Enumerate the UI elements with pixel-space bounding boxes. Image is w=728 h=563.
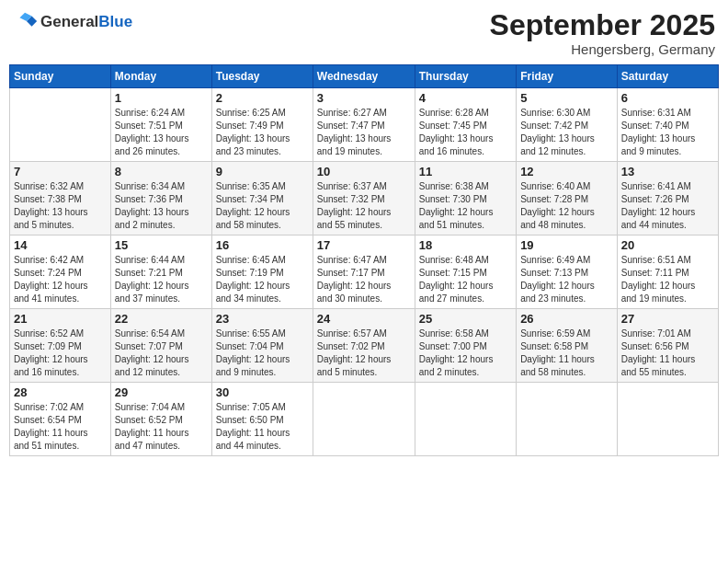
day-number: 9: [216, 165, 309, 178]
day-info: Sunrise: 6:37 AM Sunset: 7:32 PM Dayligh…: [317, 180, 411, 232]
calendar-cell: 27Sunrise: 7:01 AM Sunset: 6:56 PM Dayli…: [617, 309, 718, 383]
day-number: 16: [216, 238, 309, 252]
title-block: September 2025 Hengersberg, Germany: [490, 9, 715, 57]
calendar-cell: [415, 383, 516, 456]
calendar-cell: 8Sunrise: 6:34 AM Sunset: 7:36 PM Daylig…: [110, 162, 211, 236]
calendar-cell: 3Sunrise: 6:27 AM Sunset: 7:47 PM Daylig…: [313, 88, 415, 162]
header-friday: Friday: [517, 65, 618, 88]
day-number: 29: [115, 385, 208, 399]
calendar-cell: 4Sunrise: 6:28 AM Sunset: 7:45 PM Daylig…: [415, 88, 516, 162]
logo: GeneralBlue: [13, 9, 132, 35]
logo-general: General: [40, 13, 98, 31]
calendar-body: 1Sunrise: 6:24 AM Sunset: 7:51 PM Daylig…: [10, 88, 719, 456]
calendar-cell: 24Sunrise: 6:57 AM Sunset: 7:02 PM Dayli…: [313, 309, 415, 383]
day-number: 17: [317, 238, 411, 252]
calendar-cell: 17Sunrise: 6:47 AM Sunset: 7:17 PM Dayli…: [313, 236, 415, 309]
calendar-cell: 28Sunrise: 7:02 AM Sunset: 6:54 PM Dayli…: [10, 383, 111, 456]
day-number: 20: [621, 238, 714, 252]
day-number: 3: [317, 91, 411, 105]
day-number: 30: [216, 385, 309, 399]
day-info: Sunrise: 6:25 AM Sunset: 7:49 PM Dayligh…: [216, 107, 309, 158]
day-info: Sunrise: 6:28 AM Sunset: 7:45 PM Dayligh…: [419, 107, 512, 158]
header-thursday: Thursday: [415, 65, 516, 88]
day-info: Sunrise: 6:51 AM Sunset: 7:11 PM Dayligh…: [621, 254, 714, 305]
day-info: Sunrise: 6:45 AM Sunset: 7:19 PM Dayligh…: [216, 254, 309, 305]
day-info: Sunrise: 6:30 AM Sunset: 7:42 PM Dayligh…: [520, 107, 613, 158]
day-info: Sunrise: 6:32 AM Sunset: 7:38 PM Dayligh…: [14, 180, 107, 232]
header-monday: Monday: [110, 65, 211, 88]
day-info: Sunrise: 6:57 AM Sunset: 7:02 PM Dayligh…: [317, 327, 411, 379]
day-info: Sunrise: 6:47 AM Sunset: 7:17 PM Dayligh…: [317, 254, 411, 305]
calendar-cell: 11Sunrise: 6:38 AM Sunset: 7:30 PM Dayli…: [415, 162, 516, 236]
calendar-cell: 7Sunrise: 6:32 AM Sunset: 7:38 PM Daylig…: [10, 162, 111, 236]
header-saturday: Saturday: [617, 65, 718, 88]
day-number: 19: [520, 238, 613, 252]
day-info: Sunrise: 7:05 AM Sunset: 6:50 PM Dayligh…: [216, 401, 309, 453]
calendar-cell: 23Sunrise: 6:55 AM Sunset: 7:04 PM Dayli…: [211, 309, 313, 383]
calendar-cell: [313, 383, 415, 456]
day-number: 1: [115, 91, 208, 105]
day-info: Sunrise: 6:59 AM Sunset: 6:58 PM Dayligh…: [520, 327, 613, 379]
day-info: Sunrise: 7:04 AM Sunset: 6:52 PM Dayligh…: [115, 401, 208, 453]
day-number: 10: [317, 165, 411, 178]
day-number: 6: [621, 91, 714, 105]
day-info: Sunrise: 6:48 AM Sunset: 7:15 PM Dayligh…: [419, 254, 512, 305]
day-number: 23: [216, 312, 309, 326]
calendar-week-2: 7Sunrise: 6:32 AM Sunset: 7:38 PM Daylig…: [10, 162, 719, 236]
day-number: 2: [216, 91, 309, 105]
day-number: 7: [14, 165, 107, 178]
calendar-week-4: 21Sunrise: 6:52 AM Sunset: 7:09 PM Dayli…: [10, 309, 719, 383]
day-number: 5: [520, 91, 613, 105]
calendar-header-row: SundayMondayTuesdayWednesdayThursdayFrid…: [10, 65, 719, 88]
day-info: Sunrise: 6:24 AM Sunset: 7:51 PM Dayligh…: [115, 107, 208, 158]
day-info: Sunrise: 6:38 AM Sunset: 7:30 PM Dayligh…: [419, 180, 512, 232]
calendar-cell: 10Sunrise: 6:37 AM Sunset: 7:32 PM Dayli…: [313, 162, 415, 236]
calendar-cell: 26Sunrise: 6:59 AM Sunset: 6:58 PM Dayli…: [517, 309, 618, 383]
calendar-cell: 5Sunrise: 6:30 AM Sunset: 7:42 PM Daylig…: [517, 88, 618, 162]
day-info: Sunrise: 6:35 AM Sunset: 7:34 PM Dayligh…: [216, 180, 309, 232]
day-number: 22: [115, 312, 208, 326]
calendar-week-3: 14Sunrise: 6:42 AM Sunset: 7:24 PM Dayli…: [10, 236, 719, 309]
day-info: Sunrise: 6:58 AM Sunset: 7:00 PM Dayligh…: [419, 327, 512, 379]
day-number: 21: [14, 312, 107, 326]
day-info: Sunrise: 6:31 AM Sunset: 7:40 PM Dayligh…: [621, 107, 714, 158]
calendar-cell: 21Sunrise: 6:52 AM Sunset: 7:09 PM Dayli…: [10, 309, 111, 383]
day-info: Sunrise: 6:42 AM Sunset: 7:24 PM Dayligh…: [14, 254, 107, 305]
calendar-cell: 2Sunrise: 6:25 AM Sunset: 7:49 PM Daylig…: [211, 88, 313, 162]
day-info: Sunrise: 6:27 AM Sunset: 7:47 PM Dayligh…: [317, 107, 411, 158]
day-number: 28: [14, 385, 107, 399]
calendar-cell: 13Sunrise: 6:41 AM Sunset: 7:26 PM Dayli…: [617, 162, 718, 236]
header-tuesday: Tuesday: [211, 65, 313, 88]
calendar-week-1: 1Sunrise: 6:24 AM Sunset: 7:51 PM Daylig…: [10, 88, 719, 162]
month-title: September 2025: [490, 9, 715, 41]
logo-icon: [13, 9, 39, 35]
calendar-cell: 15Sunrise: 6:44 AM Sunset: 7:21 PM Dayli…: [110, 236, 211, 309]
calendar-cell: 6Sunrise: 6:31 AM Sunset: 7:40 PM Daylig…: [617, 88, 718, 162]
header-wednesday: Wednesday: [313, 65, 415, 88]
day-number: 26: [520, 312, 613, 326]
day-number: 15: [115, 238, 208, 252]
day-number: 24: [317, 312, 411, 326]
calendar-week-5: 28Sunrise: 7:02 AM Sunset: 6:54 PM Dayli…: [10, 383, 719, 456]
day-number: 4: [419, 91, 512, 105]
page-header: GeneralBlue September 2025 Hengersberg, …: [9, 9, 719, 57]
logo-blue: Blue: [98, 13, 132, 31]
calendar-cell: 9Sunrise: 6:35 AM Sunset: 7:34 PM Daylig…: [211, 162, 313, 236]
day-info: Sunrise: 6:52 AM Sunset: 7:09 PM Dayligh…: [14, 327, 107, 379]
calendar-table: SundayMondayTuesdayWednesdayThursdayFrid…: [9, 64, 719, 456]
day-info: Sunrise: 6:49 AM Sunset: 7:13 PM Dayligh…: [520, 254, 613, 305]
calendar-cell: 12Sunrise: 6:40 AM Sunset: 7:28 PM Dayli…: [517, 162, 618, 236]
calendar-cell: [517, 383, 618, 456]
day-number: 18: [419, 238, 512, 252]
day-number: 13: [621, 165, 714, 178]
day-info: Sunrise: 6:41 AM Sunset: 7:26 PM Dayligh…: [621, 180, 714, 232]
calendar-cell: [10, 88, 111, 162]
day-info: Sunrise: 7:02 AM Sunset: 6:54 PM Dayligh…: [14, 401, 107, 453]
calendar-cell: 22Sunrise: 6:54 AM Sunset: 7:07 PM Dayli…: [110, 309, 211, 383]
day-number: 25: [419, 312, 512, 326]
day-info: Sunrise: 6:34 AM Sunset: 7:36 PM Dayligh…: [115, 180, 208, 232]
day-number: 11: [419, 165, 512, 178]
day-info: Sunrise: 6:44 AM Sunset: 7:21 PM Dayligh…: [115, 254, 208, 305]
calendar-cell: 16Sunrise: 6:45 AM Sunset: 7:19 PM Dayli…: [211, 236, 313, 309]
calendar-cell: [617, 383, 718, 456]
